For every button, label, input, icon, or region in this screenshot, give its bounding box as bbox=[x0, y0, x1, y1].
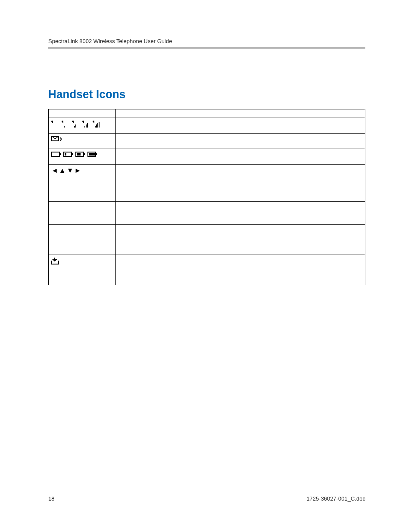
battery-level-icons bbox=[51, 152, 113, 157]
nav-arrows-icons: ◄ ▲ ▼ ► bbox=[51, 167, 113, 174]
table-header-desc bbox=[116, 109, 365, 118]
arrow-up-icon: ▲ bbox=[59, 167, 66, 174]
desc-cell bbox=[116, 255, 365, 285]
table-row bbox=[49, 225, 365, 255]
icon-cell: ◄ ▲ ▼ ► bbox=[49, 165, 116, 202]
battery-0-icon bbox=[51, 152, 60, 157]
table-header-icon bbox=[49, 109, 116, 118]
signal-0-icon bbox=[51, 121, 59, 128]
download-icon bbox=[51, 258, 60, 264]
document-page: SpectraLink 8002 Wireless Telephone User… bbox=[0, 0, 411, 532]
icon-cell bbox=[49, 225, 116, 255]
signal-3-icon bbox=[82, 121, 90, 128]
signal-strength-icons bbox=[51, 121, 113, 128]
table-row bbox=[49, 202, 365, 225]
desc-cell bbox=[116, 149, 365, 165]
icon-cell bbox=[49, 202, 116, 225]
battery-2-icon bbox=[75, 152, 84, 157]
table-row bbox=[49, 134, 365, 149]
page-number: 18 bbox=[48, 495, 54, 502]
table-row bbox=[49, 255, 365, 285]
signal-2-icon bbox=[72, 121, 80, 128]
table-row bbox=[49, 149, 365, 165]
icon-cell bbox=[49, 118, 116, 134]
handset-icons-table: ◄ ▲ ▼ ► bbox=[48, 109, 365, 285]
table-header-row bbox=[49, 109, 365, 118]
arrow-left-icon: ◄ bbox=[51, 167, 58, 174]
running-header: SpectraLink 8002 Wireless Telephone User… bbox=[48, 38, 365, 47]
desc-cell bbox=[116, 118, 365, 134]
battery-3-icon bbox=[87, 152, 96, 157]
desc-cell bbox=[116, 202, 365, 225]
arrow-right-icon: ► bbox=[75, 167, 81, 174]
icon-cell bbox=[49, 255, 116, 285]
icon-cell bbox=[49, 134, 116, 149]
signal-4-icon bbox=[93, 121, 100, 128]
doc-id: 1725-36027-001_C.doc bbox=[306, 495, 365, 502]
page-footer: 18 1725-36027-001_C.doc bbox=[48, 495, 365, 502]
header-rule bbox=[48, 47, 365, 49]
section-title: Handset Icons bbox=[48, 87, 340, 101]
desc-cell bbox=[116, 165, 365, 202]
battery-1-icon bbox=[63, 152, 72, 157]
desc-cell bbox=[116, 225, 365, 255]
signal-1-icon bbox=[62, 121, 69, 128]
arrow-down-icon: ▼ bbox=[67, 167, 74, 174]
desc-cell bbox=[116, 134, 365, 149]
icon-cell bbox=[49, 149, 116, 165]
voicemail-icon bbox=[51, 136, 61, 142]
table-row bbox=[49, 118, 365, 134]
table-row: ◄ ▲ ▼ ► bbox=[49, 165, 365, 202]
